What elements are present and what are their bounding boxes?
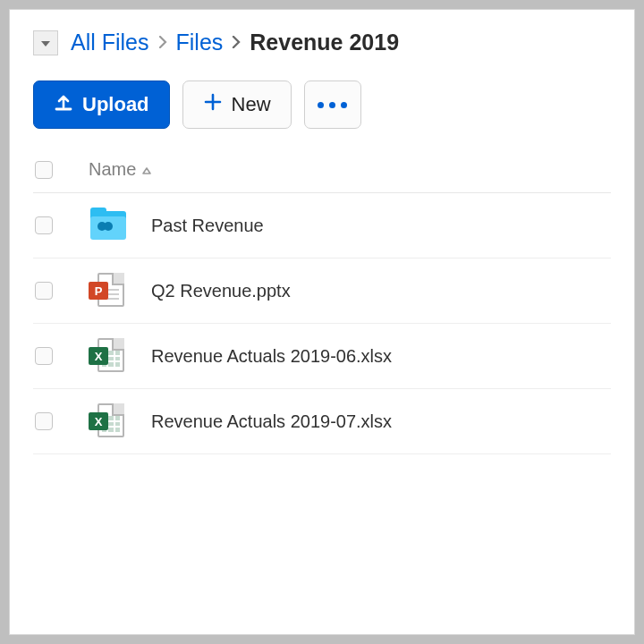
- upload-button[interactable]: Upload: [33, 80, 170, 129]
- item-name: Revenue Actuals 2019-06.xlsx: [151, 346, 609, 367]
- chevron-down-icon: [40, 35, 51, 51]
- upload-icon: [54, 92, 73, 117]
- list-item[interactable]: X Revenue Actuals 2019-07.xlsx: [33, 389, 611, 454]
- more-actions-button[interactable]: [304, 80, 361, 129]
- more-icon: [318, 102, 347, 108]
- chevron-right-icon: [158, 32, 167, 53]
- column-header-name[interactable]: Name: [89, 159, 152, 180]
- sort-ascending-icon: [141, 159, 152, 180]
- chevron-right-icon: [232, 32, 241, 53]
- breadcrumb-parent-link[interactable]: Files: [176, 30, 224, 55]
- file-browser-panel: All Files Files Revenue 2019 Upload: [9, 9, 635, 635]
- row-checkbox[interactable]: [35, 347, 53, 365]
- breadcrumb-current: Revenue 2019: [250, 30, 399, 55]
- row-checkbox[interactable]: [35, 412, 53, 430]
- column-header-name-label: Name: [89, 159, 136, 180]
- new-button[interactable]: New: [182, 80, 292, 129]
- breadcrumb-dropdown-toggle[interactable]: [33, 30, 58, 55]
- list-item[interactable]: X Revenue Actuals 2019-06.xlsx: [33, 324, 611, 389]
- excel-file-icon: X: [89, 403, 128, 439]
- select-all-checkbox[interactable]: [35, 161, 53, 179]
- row-checkbox[interactable]: [35, 282, 53, 300]
- upload-button-label: Upload: [82, 93, 149, 116]
- breadcrumb-row: All Files Files Revenue 2019: [33, 30, 611, 55]
- item-name: Q2 Revenue.pptx: [151, 281, 609, 301]
- row-checkbox[interactable]: [35, 216, 53, 234]
- shared-folder-icon: [89, 208, 128, 243]
- toolbar: Upload New: [33, 80, 611, 129]
- excel-file-icon: X: [89, 338, 128, 374]
- breadcrumb: All Files Files Revenue 2019: [71, 30, 399, 55]
- new-button-label: New: [232, 93, 271, 116]
- plus-icon: [203, 92, 223, 117]
- list-header: Name: [33, 150, 611, 193]
- item-name: Revenue Actuals 2019-07.xlsx: [151, 411, 609, 432]
- item-name: Past Revenue: [151, 216, 609, 236]
- powerpoint-file-icon: P: [89, 273, 128, 309]
- list-item[interactable]: P Q2 Revenue.pptx: [33, 258, 611, 324]
- breadcrumb-root-link[interactable]: All Files: [71, 30, 149, 55]
- list-item[interactable]: Past Revenue: [33, 193, 611, 258]
